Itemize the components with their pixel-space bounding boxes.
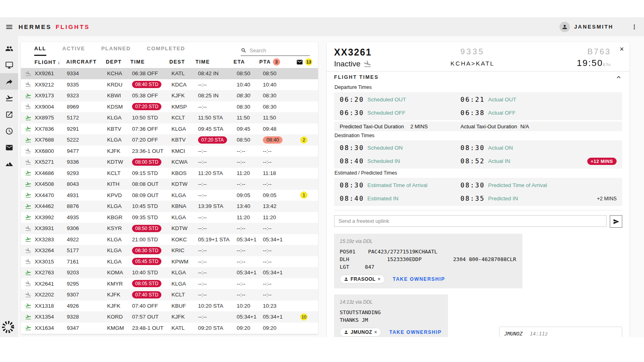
cell-aircraft: 9323 <box>67 93 107 99</box>
table-row[interactable]: XX22029307KJFK07:40 STDKCLT--:----:----:… <box>21 289 318 300</box>
close-icon[interactable]: × <box>619 45 624 53</box>
time-cell: 08:30Actual ON <box>460 144 617 152</box>
plane-takeoff-icon <box>21 302 35 309</box>
send-button[interactable] <box>610 215 622 228</box>
uplink-input[interactable] <box>334 215 607 227</box>
sidebar-item-mail[interactable] <box>0 139 18 156</box>
sidebar-item-monitor[interactable] <box>0 57 18 73</box>
cell-flight: XX2202 <box>35 292 67 298</box>
table-row[interactable]: XX92619334KCHA06:38 OFFKATL08:42 IN08:50… <box>21 68 318 79</box>
cell-dest: KDTW <box>171 181 198 187</box>
cell-dept-time: 06:30 STD <box>132 247 171 254</box>
table-row[interactable]: XX13549328KORD07:57 OUTKJFK--:--05:34+10… <box>21 311 318 323</box>
sort-descending-icon[interactable]: ↓ <box>58 59 61 65</box>
cell-aircraft: 9334 <box>67 70 107 76</box>
table-row[interactable]: XX30157161KLGA05:45 STDKPWM--:----:----:… <box>21 256 318 267</box>
remove-owner-icon[interactable]: × <box>378 276 381 282</box>
search-icon <box>241 47 247 53</box>
kebab-menu-icon[interactable] <box>630 23 638 31</box>
table-row[interactable]: XX16349347KMGM23:48-1 OUTKATL09:20 STA09… <box>21 323 318 334</box>
cell-flight: XX7688 <box>35 137 67 143</box>
plane-takeoff-icon <box>21 115 35 121</box>
cell-pta: --:-- <box>263 181 300 187</box>
column-header-eta[interactable]: ETA <box>233 59 259 65</box>
cell-dept-time: 23:36-1 OUT <box>132 148 171 154</box>
table-row[interactable]: XX26419295KMYR08:05 STDKLGA--:----:----:… <box>21 278 318 290</box>
table-row[interactable]: XX32645177KLGA06:30 STDKRIC--:----:----:… <box>21 245 318 256</box>
chevron-up-icon[interactable] <box>615 74 622 81</box>
sidebar-item-chart[interactable] <box>0 156 18 172</box>
pta-alert-count-badge: 3 <box>273 58 280 66</box>
column-header-pta[interactable]: PTA3 <box>259 58 296 66</box>
tab-all[interactable]: ALL <box>34 45 46 56</box>
sidebar-item-compose[interactable] <box>0 106 18 123</box>
cell-aircraft: 9203 <box>67 269 107 276</box>
delay-note: +2 MINS <box>597 196 617 202</box>
table-row[interactable]: XX32834922KLGA21:00 STDKOKC05:19+1 STA05… <box>21 234 318 245</box>
cell-dept-time: 10:50 STD <box>132 115 171 121</box>
sidebar-item-share-arrow[interactable] <box>0 73 18 90</box>
cell-pta: 05:34+1 <box>263 269 300 276</box>
plane-takeoff-icon <box>21 170 35 176</box>
table-row[interactable]: XX90048969KDSM07:20 STDKMSP--:--08:3008:… <box>21 101 318 113</box>
column-header-time-dest[interactable]: TIME <box>196 59 234 65</box>
sidebar <box>0 36 18 337</box>
cell-flight: XX4462 <box>35 203 67 209</box>
cell-flight: XX2641 <box>35 281 67 287</box>
column-header-time-dept[interactable]: TIME <box>130 59 169 65</box>
cell-flight: XX3992 <box>35 214 67 220</box>
table-row[interactable]: XX39924935KBGR09:35 STDKLGA--:--11:2011:… <box>21 212 318 223</box>
taxi-right: Actual Taxi-Out DurationN/A <box>460 123 529 130</box>
column-header-dest[interactable]: DEST <box>169 59 196 65</box>
user-menu[interactable]: JANESMITH <box>559 22 613 32</box>
table-row[interactable]: XX76885222KLGA07:20 OFFKBTV07:20 STA08:5… <box>21 134 318 146</box>
cell-dept: KLGA <box>107 247 132 253</box>
take-ownership-link[interactable]: TAKE OWNERSHIP <box>389 329 442 335</box>
table-row[interactable]: XX44628876KLGA10:45 STDKBNA13:39 STA13:4… <box>21 201 318 212</box>
owner-chip[interactable]: JMUNOZ× <box>340 328 381 337</box>
time-value: 08:30 <box>340 144 364 152</box>
table-row[interactable]: XX89755172KLGA10:50 STDKCLT11:50 STA11:5… <box>21 112 318 123</box>
table-row[interactable]: XX13184926KJFK07:40 OFFKBUF10:20 STA10:2… <box>21 300 318 312</box>
table-row[interactable]: XX39319306KSYR08:50 STDKDTW--:----:----:… <box>21 223 318 234</box>
search-input[interactable] <box>250 47 302 53</box>
sidebar-item-clock[interactable] <box>0 123 18 139</box>
cell-aircraft: 9307 <box>67 292 107 298</box>
tab-completed[interactable]: COMPLETED <box>147 45 185 56</box>
cell-aircraft: 9336 <box>67 159 107 165</box>
sidebar-item-plane-takeoff[interactable] <box>0 90 18 106</box>
column-header-messages[interactable]: 13 <box>296 58 318 66</box>
time-label: Actual ON <box>488 145 513 151</box>
cell-eta: --:-- <box>237 259 263 265</box>
table-row[interactable]: XX92129335KRDU08:40 STDKDCA--:--10:4010:… <box>21 79 318 90</box>
column-header-dept[interactable]: DEPT <box>106 59 130 65</box>
flight-list-tabs: ALLACTIVEPLANNEDCOMPLETED <box>21 42 318 56</box>
time-label: Actual OFF <box>488 110 516 116</box>
table-row[interactable]: XX52719336KDTW08:00 STDKCWA--:----:----:… <box>21 156 318 168</box>
column-header-aircraft[interactable]: AIRCRAFT <box>66 59 106 65</box>
plane-takeoff-icon <box>21 236 35 243</box>
table-row[interactable]: XX91739323KBWI05:38 OFFKJFK08:25 IN08:30… <box>21 90 318 101</box>
tab-active[interactable]: ACTIVE <box>62 45 85 56</box>
table-row[interactable]: XX46869293KCLT09:15 STDKBOS11:20 STA11:2… <box>21 168 318 179</box>
table-row[interactable]: XX78369291KBTV07:36 OFFKLGA09:45 STA09:4… <box>21 123 318 135</box>
table-row[interactable]: XX44704931KPVD08:09 OUTKLGA--:--09:0509:… <box>21 190 318 201</box>
cell-dept: KLGA <box>107 115 132 121</box>
owner-chip[interactable]: FRASOOL× <box>340 275 385 284</box>
table-row[interactable]: XX68009477KJFK23:36-1 OUTKMCI--:----:---… <box>21 146 318 157</box>
table-row[interactable]: XX27639203KOMA10:40 STDKLGA--:--05:34+10… <box>21 267 318 278</box>
take-ownership-link[interactable]: TAKE OWNERSHIP <box>393 276 445 282</box>
column-header-flight[interactable]: FLIGHT↓ <box>35 59 66 65</box>
hamburger-menu-icon[interactable] <box>5 23 14 31</box>
tab-planned[interactable]: PLANNED <box>101 45 130 56</box>
sidebar-item-people[interactable] <box>0 40 18 57</box>
cell-pta: --:-- <box>263 225 300 231</box>
cell-flight: XX8975 <box>35 115 67 121</box>
cell-dest-time: 07:20 STA <box>198 136 237 144</box>
cell-aircraft: 9293 <box>67 170 107 176</box>
time-cell: 08:52Actual IN+12 MINS <box>460 157 617 165</box>
remove-owner-icon[interactable]: × <box>374 329 378 335</box>
cell-aircraft: 9328 <box>67 314 107 320</box>
table-row[interactable]: XX45088043KITH08:08 OUTKDTW--:----:----:… <box>21 179 318 190</box>
cell-eta: 08:30 <box>237 104 263 110</box>
